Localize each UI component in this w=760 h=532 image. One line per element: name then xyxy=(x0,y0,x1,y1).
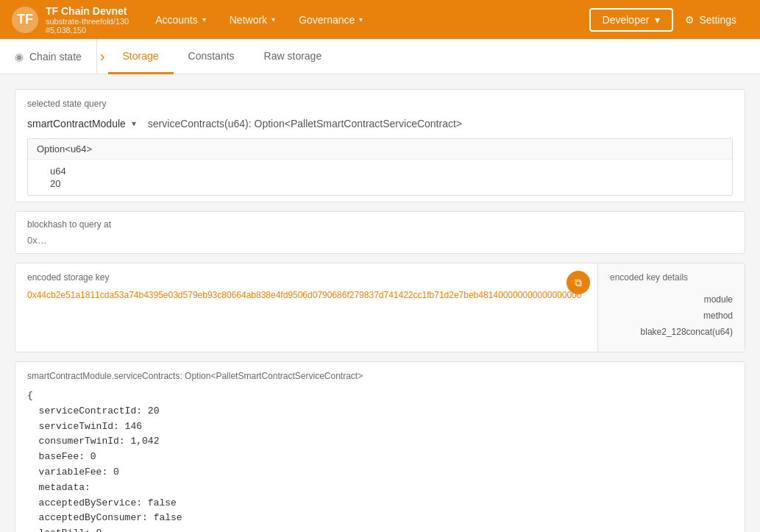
field-type: u64 xyxy=(50,166,723,177)
governance-nav[interactable]: Governance ▾ xyxy=(287,0,374,39)
module-select[interactable]: smartContractModule ▾ xyxy=(27,118,136,130)
module-dropdown-icon: ▾ xyxy=(132,118,136,129)
settings-nav[interactable]: ⚙ Settings xyxy=(673,14,748,26)
chain-state-icon: ◉ xyxy=(15,51,24,63)
tab-raw-storage[interactable]: Raw storage xyxy=(249,40,337,74)
encoded-key-value: 0x44cb2e51a1811cda53a74b4395e03d579eb93c… xyxy=(27,288,586,302)
result-title: smartContractModule.serviceContracts: Op… xyxy=(27,371,733,381)
accounts-nav[interactable]: Accounts ▾ xyxy=(143,0,218,39)
copy-button[interactable]: ⧉ xyxy=(567,271,590,294)
main-content: selected state query smartContractModule… xyxy=(0,74,760,532)
tab-storage[interactable]: Storage xyxy=(108,40,174,74)
module-value: smartContractModule xyxy=(27,118,126,130)
option-content: u64 20 xyxy=(28,160,732,195)
option-field: u64 20 xyxy=(50,163,723,192)
encoded-key-card: encoded storage key 0x44cb2e51a1811cda53… xyxy=(15,263,745,352)
top-navigation: TF TF Chain Devnet substrate-threefold/1… xyxy=(0,0,760,39)
encoded-hash-row: blake2_128concat(u64) xyxy=(610,327,733,337)
query-row: smartContractModule ▾ serviceContracts(u… xyxy=(15,112,745,138)
developer-button[interactable]: Developer ▾ xyxy=(589,8,674,32)
accounts-dropdown-icon: ▾ xyxy=(202,15,206,24)
copy-icon: ⧉ xyxy=(575,277,582,289)
sub-navigation: ◉ Chain state › Storage Constants Raw st… xyxy=(0,39,760,74)
option-box: Option<u64> u64 20 xyxy=(27,138,733,196)
blockhash-input[interactable] xyxy=(27,235,733,246)
gear-icon: ⚙ xyxy=(685,14,695,26)
encoded-key-label: encoded storage key xyxy=(27,272,586,283)
query-card: selected state query smartContractModule… xyxy=(15,89,745,202)
encoded-right: encoded key details module method blake2… xyxy=(597,263,745,352)
method-label: serviceContracts(u64): Option<PalletSmar… xyxy=(148,118,733,130)
encoded-left: encoded storage key 0x44cb2e51a1811cda53… xyxy=(15,263,597,352)
result-code: { serviceContractId: 20 serviceTwinId: 1… xyxy=(27,389,733,532)
breadcrumb-arrow: › xyxy=(100,48,105,65)
result-card: smartContractModule.serviceContracts: Op… xyxy=(15,361,745,532)
tab-constants[interactable]: Constants xyxy=(174,40,249,74)
tab-navigation: Storage Constants Raw storage xyxy=(108,39,337,74)
chain-state-label: Chain state xyxy=(29,51,82,63)
option-type-label: Option<u64> xyxy=(28,139,732,160)
governance-dropdown-icon: ▾ xyxy=(359,15,363,24)
encoded-method-row: method xyxy=(610,311,733,321)
brand: TF TF Chain Devnet substrate-threefold/1… xyxy=(12,5,129,35)
brand-info: TF Chain Devnet substrate-threefold/130 … xyxy=(46,5,129,35)
blockhash-label: blockhash to query at xyxy=(27,219,733,230)
brand-logo: TF xyxy=(12,7,38,33)
network-nav[interactable]: Network ▾ xyxy=(218,0,287,39)
brand-name: TF Chain Devnet xyxy=(46,5,129,17)
chain-state-section[interactable]: ◉ Chain state xyxy=(0,39,97,74)
network-dropdown-icon: ▾ xyxy=(271,15,275,24)
blockhash-card: blockhash to query at xyxy=(15,211,745,254)
query-card-header: selected state query xyxy=(15,90,745,112)
brand-sub: substrate-threefold/130 #5,038,150 xyxy=(46,17,129,35)
encoded-details-label: encoded key details xyxy=(610,272,733,283)
developer-dropdown-icon: ▾ xyxy=(655,14,660,26)
encoded-module-row: module xyxy=(610,294,733,305)
field-value: 20 xyxy=(50,178,723,189)
